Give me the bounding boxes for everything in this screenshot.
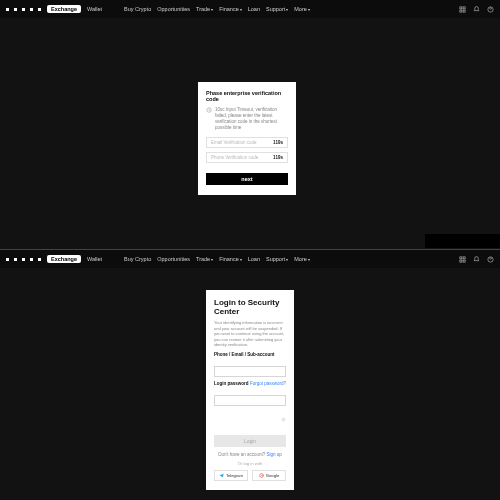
wallet-tab[interactable]: Wallet bbox=[87, 256, 102, 262]
wallet-tab[interactable]: Wallet bbox=[87, 6, 102, 12]
phone-code-input[interactable] bbox=[211, 155, 266, 160]
screenshot-verification: Exchange Wallet Buy Crypto Opportunities… bbox=[0, 0, 500, 250]
email-code-input[interactable] bbox=[211, 140, 266, 145]
svg-point-11 bbox=[283, 419, 284, 420]
top-navbar: Exchange Wallet Buy Crypto Opportunities… bbox=[0, 250, 500, 268]
google-icon bbox=[259, 473, 264, 478]
email-timer: 119s bbox=[273, 140, 283, 145]
apps-icon[interactable] bbox=[458, 5, 466, 13]
svg-rect-8 bbox=[459, 260, 461, 262]
login-desc: Your identifying information is incorrec… bbox=[214, 320, 286, 347]
nav-opportunities[interactable]: Opportunities bbox=[157, 6, 190, 12]
svg-rect-1 bbox=[463, 6, 465, 8]
svg-rect-3 bbox=[463, 10, 465, 12]
screenshot-login: Exchange Wallet Buy Crypto Opportunities… bbox=[0, 250, 500, 500]
svg-rect-0 bbox=[459, 6, 461, 8]
chevron-down-icon: ▾ bbox=[211, 7, 213, 12]
nav-buy-crypto[interactable]: Buy Crypto bbox=[124, 6, 151, 12]
okx-logo[interactable] bbox=[6, 258, 41, 261]
nav-support[interactable]: Support▾ bbox=[266, 256, 288, 262]
nav-buy-crypto[interactable]: Buy Crypto bbox=[124, 256, 151, 262]
bell-icon[interactable] bbox=[472, 5, 480, 13]
nav-opportunities[interactable]: Opportunities bbox=[157, 256, 190, 262]
footer-strip bbox=[425, 234, 500, 248]
chevron-down-icon: ▾ bbox=[286, 7, 288, 12]
login-title: Login to Security Center bbox=[214, 298, 286, 316]
or-divider: Or log in with bbox=[214, 461, 286, 466]
nav-more[interactable]: More▾ bbox=[294, 256, 310, 262]
exchange-tab[interactable]: Exchange bbox=[47, 5, 81, 13]
chevron-down-icon: ▾ bbox=[240, 257, 242, 262]
chevron-down-icon: ▾ bbox=[240, 7, 242, 12]
svg-rect-2 bbox=[459, 10, 461, 12]
password-input[interactable] bbox=[214, 395, 286, 406]
help-icon[interactable] bbox=[486, 5, 494, 13]
phone-code-field[interactable]: 119s bbox=[206, 152, 288, 163]
identifier-input[interactable] bbox=[214, 366, 286, 377]
nav-loan[interactable]: Loan bbox=[248, 256, 260, 262]
help-icon[interactable] bbox=[486, 255, 494, 263]
phone-timer: 119s bbox=[273, 155, 283, 160]
nav-finance[interactable]: Finance▾ bbox=[219, 6, 242, 12]
next-button[interactable]: next bbox=[206, 173, 288, 185]
modal-title: Phase enterprise verification code bbox=[206, 90, 288, 102]
nav-more[interactable]: More▾ bbox=[294, 6, 310, 12]
chevron-down-icon: ▾ bbox=[308, 7, 310, 12]
chevron-down-icon: ▾ bbox=[286, 257, 288, 262]
telegram-icon bbox=[219, 473, 224, 478]
okx-logo[interactable] bbox=[6, 8, 41, 11]
nav-support[interactable]: Support▾ bbox=[266, 6, 288, 12]
telegram-login-button[interactable]: Telegram bbox=[214, 470, 248, 481]
verification-modal: Phase enterprise verification code 10sc … bbox=[198, 82, 296, 195]
email-code-field[interactable]: 119s bbox=[206, 137, 288, 148]
nav-loan[interactable]: Loan bbox=[248, 6, 260, 12]
toggle-password-icon[interactable] bbox=[214, 408, 286, 426]
password-label: Login password bbox=[214, 381, 249, 386]
identifier-label: Phone / Email / Sub-account bbox=[214, 352, 286, 357]
chevron-down-icon: ▾ bbox=[211, 257, 213, 262]
nav-trade[interactable]: Trade▾ bbox=[196, 6, 213, 12]
login-button[interactable]: Login bbox=[214, 435, 286, 447]
warning-text: 10sc Input Timeout, verification failed,… bbox=[206, 107, 288, 131]
bell-icon[interactable] bbox=[472, 255, 480, 263]
chevron-down-icon: ▾ bbox=[308, 257, 310, 262]
clock-icon bbox=[206, 107, 212, 131]
nav-trade[interactable]: Trade▾ bbox=[196, 256, 213, 262]
exchange-tab[interactable]: Exchange bbox=[47, 255, 81, 263]
svg-rect-6 bbox=[459, 256, 461, 258]
signup-row: Don't have an account? Sign up bbox=[214, 452, 286, 457]
forgot-password-link[interactable]: Forgot password? bbox=[250, 381, 286, 386]
apps-icon[interactable] bbox=[458, 255, 466, 263]
google-login-button[interactable]: Google bbox=[252, 470, 286, 481]
signup-link[interactable]: Sign up bbox=[267, 452, 282, 457]
top-navbar: Exchange Wallet Buy Crypto Opportunities… bbox=[0, 0, 500, 18]
login-modal: Login to Security Center Your identifyin… bbox=[206, 290, 294, 490]
svg-rect-9 bbox=[463, 260, 465, 262]
svg-rect-7 bbox=[463, 256, 465, 258]
nav-finance[interactable]: Finance▾ bbox=[219, 256, 242, 262]
